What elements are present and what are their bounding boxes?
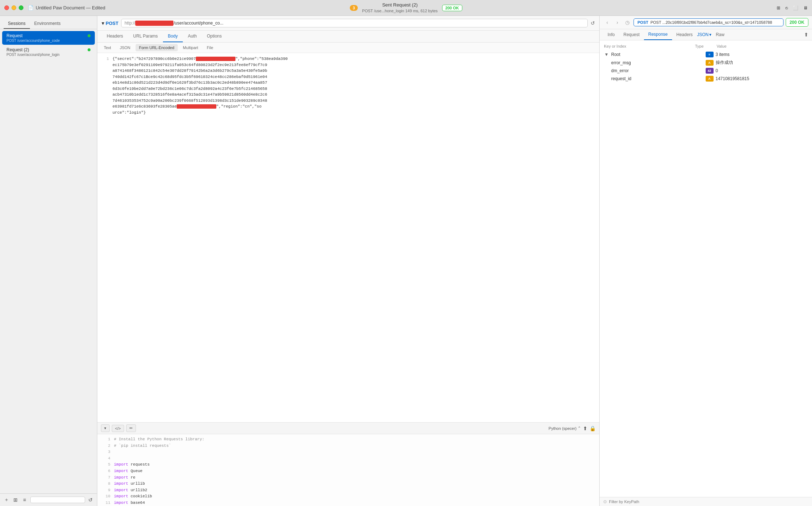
header-key: Key or Index bbox=[604, 44, 695, 48]
snippet-line-7: 7 import re bbox=[97, 475, 599, 481]
json-tree-header: Key or Index Type Value bbox=[600, 43, 812, 49]
expand-btn[interactable]: ▾ bbox=[101, 424, 110, 432]
window-title: 📄 Untitled Paw Document — Edited bbox=[28, 5, 105, 10]
code-line-1: 1 {"secret":"b247297890cc6b0e21ce9907███… bbox=[97, 56, 599, 62]
code-line-6: 6d3c0fe19be2dd7a0e72bd236c1e06c7dc3fa2d8… bbox=[97, 86, 599, 92]
response-method: POST bbox=[637, 20, 648, 25]
sidebar-filter-input[interactable] bbox=[30, 497, 85, 503]
titlebar-status-badge: 200 OK bbox=[442, 5, 462, 11]
code-snippet: 1 # Install the Python Requests library:… bbox=[97, 434, 599, 506]
close-button[interactable] bbox=[4, 5, 9, 10]
export-button[interactable]: ⬆ bbox=[804, 32, 808, 38]
nav-forward-button[interactable]: › bbox=[613, 18, 621, 26]
method-label: POST bbox=[106, 21, 118, 26]
body-tab-file[interactable]: File bbox=[203, 44, 217, 51]
minimize-button[interactable] bbox=[12, 5, 16, 10]
tree-key-request-id: request_id bbox=[611, 76, 703, 81]
body-tab-form-url-encoded[interactable]: Form URL-Encoded bbox=[136, 44, 178, 51]
folder-button[interactable]: ⊞ bbox=[12, 496, 19, 504]
tree-key-root: Root bbox=[611, 52, 703, 57]
monitor-icon[interactable]: 🖥 bbox=[803, 5, 808, 10]
tree-type-dm-error: 42 bbox=[706, 68, 714, 74]
active-indicator bbox=[88, 34, 91, 37]
response-tab-json[interactable]: JSON ▾ bbox=[697, 32, 711, 37]
code-line-3: a8741468f3480121c842c54e307dd28f79142b6a… bbox=[97, 68, 599, 74]
sidebar-item-request1[interactable]: Request POST /user/account/phone_code bbox=[2, 31, 95, 45]
response-tab-response[interactable]: Response bbox=[644, 29, 672, 40]
dropdown-arrow: ▾ bbox=[102, 21, 104, 26]
add-button[interactable]: ＋ bbox=[3, 496, 10, 504]
snippet-line-2: 2 # `pip install requests` bbox=[97, 443, 599, 449]
response-tab-headers[interactable]: Headers bbox=[672, 30, 697, 40]
tree-key-dm-error: dm_error bbox=[611, 68, 703, 73]
url-refresh-button[interactable]: ↺ bbox=[591, 20, 595, 26]
nav-history-button[interactable]: ◷ bbox=[623, 18, 631, 26]
lock-button[interactable]: 🔒 bbox=[590, 426, 596, 431]
tab-auth[interactable]: Auth bbox=[183, 31, 202, 42]
warning-badge: 3 bbox=[350, 5, 358, 11]
tab-environments[interactable]: Environments bbox=[30, 19, 65, 29]
code-editor[interactable]: 1 {"secret":"b247297890cc6b0e21ce9907███… bbox=[97, 53, 599, 422]
tree-key-error-msg: error_msg bbox=[611, 60, 703, 65]
body-tab-multipart[interactable]: Multipart bbox=[179, 44, 202, 51]
tab-sessions[interactable]: Sessions bbox=[4, 19, 30, 29]
tree-value-request-id: 14710819581815 bbox=[716, 76, 808, 81]
active-indicator2 bbox=[88, 48, 91, 51]
method-selector[interactable]: ▾ POST bbox=[102, 21, 118, 26]
tree-row-dm-error[interactable]: dm_error 42 0 bbox=[600, 67, 812, 75]
tab-headers[interactable]: Headers bbox=[102, 31, 128, 42]
sort-button[interactable]: ≡ bbox=[21, 496, 28, 504]
titlebar: 📄 Untitled Paw Document — Edited 3 Sent … bbox=[0, 0, 812, 16]
maximize-button[interactable] bbox=[19, 5, 23, 10]
bottom-toolbar: ▾ </> ✏ Python (specer) ⌃ ⬆ 🔒 bbox=[97, 422, 599, 434]
share-button[interactable]: ⬆ bbox=[583, 426, 587, 431]
snippet-line-11: 11 import base64 bbox=[97, 500, 599, 506]
body-tab-text[interactable]: Text bbox=[100, 44, 115, 51]
tab-body[interactable]: Body bbox=[163, 31, 183, 42]
response-status-button[interactable]: 200 OK bbox=[786, 18, 808, 27]
sent-request-subtitle: POST /use...hone_login 149 ms, 612 bytes bbox=[362, 8, 438, 13]
snippet-line-10: 10 import cookielib bbox=[97, 493, 599, 500]
list-icon[interactable]: ⊞ bbox=[777, 5, 780, 10]
edit-btn[interactable]: ✏ bbox=[126, 424, 136, 432]
filter-keypath-input[interactable] bbox=[609, 500, 808, 504]
code-line-7: acb47310b1edd1c7328516f6e8a4acef315adc31… bbox=[97, 92, 599, 98]
json-label: JSON bbox=[697, 32, 709, 37]
code-btn[interactable]: </> bbox=[112, 425, 124, 432]
json-tree: Key or Index Type Value ▼ Root ≡ 3 items… bbox=[600, 40, 812, 497]
tree-type-request-id: A bbox=[706, 76, 714, 82]
tree-toggle-root[interactable]: ▼ bbox=[604, 52, 609, 57]
tree-type-error-msg: A bbox=[706, 60, 714, 66]
tree-row-request-id[interactable]: request_id A 14710819581815 bbox=[600, 75, 812, 83]
code-line-4: 740dd142fc67c1Bce9c42c68d95fdc3b5f696103… bbox=[97, 74, 599, 80]
titlebar-center: 3 Sent Request (2) POST /use...hone_logi… bbox=[350, 2, 462, 13]
sidebar: Sessions Environments Request POST /user… bbox=[0, 16, 97, 506]
request-panel: ▾ POST http://████████████/user/account/… bbox=[97, 16, 599, 506]
url-http: http:// bbox=[124, 21, 135, 26]
refresh-button[interactable]: ↺ bbox=[87, 496, 94, 504]
body-tab-json[interactable]: JSON bbox=[116, 44, 134, 51]
tree-type-root: ≡ bbox=[706, 52, 714, 57]
tree-row-error-msg[interactable]: error_msg A 操作成功 bbox=[600, 58, 812, 67]
lang-selector[interactable]: Python (specer) ⌃ bbox=[548, 426, 581, 431]
sent-request-info: Sent Request (2) POST /use...hone_login … bbox=[362, 2, 438, 13]
network-icon[interactable]: ⎋ bbox=[785, 5, 788, 10]
window-icon[interactable]: ⬜ bbox=[793, 5, 798, 10]
nav-back-button[interactable]: ‹ bbox=[603, 18, 611, 26]
tab-url-params[interactable]: URL Params bbox=[128, 31, 163, 42]
response-url-text: POST ...20c16f891bd2f867bb4d7caeb&s_sc=1… bbox=[650, 20, 772, 25]
tree-row-root[interactable]: ▼ Root ≡ 3 items bbox=[600, 51, 812, 58]
snippet-line-6: 6 import Queue bbox=[97, 468, 599, 475]
snippet-line-3: 3 bbox=[97, 449, 599, 455]
lang-dropdown-arrow: ⌃ bbox=[578, 426, 581, 431]
url-bar: ▾ POST http://████████████/user/account/… bbox=[97, 16, 599, 31]
response-tab-raw[interactable]: Raw bbox=[711, 30, 729, 40]
tree-value-dm-error: 0 bbox=[716, 68, 808, 73]
sidebar-item-request2[interactable]: Request (2) POST /user/account/phone_log… bbox=[2, 45, 95, 59]
code-line-5: eb14e8d1c86d521d223d4d9df0e1629f3bd76c13… bbox=[97, 80, 599, 86]
url-field[interactable]: http://████████████/user/account/phone_c… bbox=[121, 19, 588, 27]
tab-options[interactable]: Options bbox=[202, 31, 227, 42]
response-tab-request[interactable]: Request bbox=[619, 30, 644, 40]
response-panel: ‹ › ◷ POST POST ...20c16f891bd2f867bb4d7… bbox=[599, 16, 812, 506]
response-tab-info[interactable]: Info bbox=[603, 30, 619, 40]
